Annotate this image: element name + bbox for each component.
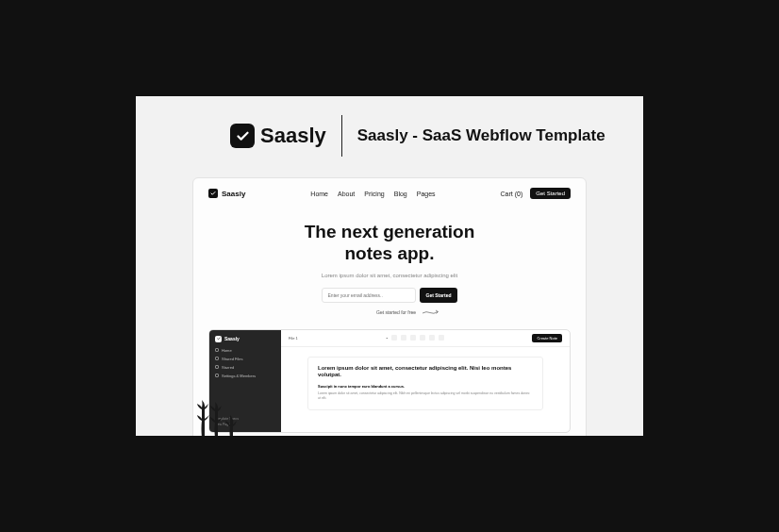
app-brand: Saasly [224, 336, 240, 341]
nav-link-pages[interactable]: Pages [417, 191, 436, 197]
check-icon [230, 124, 255, 148]
toolbar-tool-icon[interactable] [439, 335, 444, 341]
toolbar-tool-icon[interactable] [420, 335, 425, 341]
arrow-icon [422, 308, 440, 316]
hero-title-line1: The next generation [208, 222, 571, 243]
hero-subtitle: Lorem ipsum dolor sit amet, consectetur … [208, 273, 571, 278]
brand-logo: Saasly [230, 124, 326, 148]
nav-link-blog[interactable]: Blog [394, 191, 407, 197]
app-screenshot: Saasly Home Shared Files Starred Setting… [208, 329, 571, 433]
create-note-button[interactable]: Create Note [532, 334, 562, 342]
sidebar-item-starred[interactable]: Starred [215, 365, 275, 370]
check-icon [215, 336, 222, 342]
template-preview: Saasly Home About Pricing Blog Pages Car… [192, 177, 587, 436]
get-started-button[interactable]: Get Started [420, 288, 458, 303]
document: Lorem ipsum dolor sit amet, consectetur … [307, 357, 543, 410]
sidebar-item-home[interactable]: Home [215, 348, 275, 353]
nav-brand: Saasly [222, 190, 245, 198]
nav-link-home[interactable]: Home [310, 191, 328, 197]
toolbar-tool-icon[interactable] [401, 335, 406, 341]
free-label: Get started for free [376, 309, 416, 315]
doc-body: Lorem ipsum dolor sit amet, consectetur … [318, 391, 533, 402]
nav-cta-button[interactable]: Get Started [530, 188, 571, 199]
nav-logo[interactable]: Saasly [208, 189, 245, 198]
nav-cart[interactable]: Cart (0) [501, 191, 523, 197]
toolbar-file-label[interactable]: File 1 [289, 336, 298, 341]
toolbar-tool-icon[interactable] [429, 335, 435, 341]
email-field[interactable] [322, 288, 416, 303]
sidebar-item-shared[interactable]: Shared Files [215, 357, 275, 361]
brand-name: Saasly [260, 124, 326, 148]
site-nav: Saasly Home About Pricing Blog Pages Car… [208, 188, 571, 199]
doc-subtitle: Suscipit in nunc tempor euro blandunt a … [318, 384, 533, 389]
doc-title: Lorem ipsum dolor sit amet, consectetur … [318, 365, 533, 380]
divider [341, 115, 342, 157]
hero-title-line2: notes app. [208, 243, 571, 265]
plant-decoration-icon [192, 391, 249, 436]
check-icon [208, 189, 218, 198]
toolbar-tool-icon[interactable] [410, 335, 416, 341]
nav-link-pricing[interactable]: Pricing [364, 191, 384, 197]
page-title: Saasly - SaaS Webflow Template [357, 125, 605, 146]
toolbar-tool-icon[interactable] [391, 335, 397, 341]
sidebar-item-settings[interactable]: Settings & Members [215, 374, 275, 378]
nav-link-about[interactable]: About [338, 191, 355, 197]
